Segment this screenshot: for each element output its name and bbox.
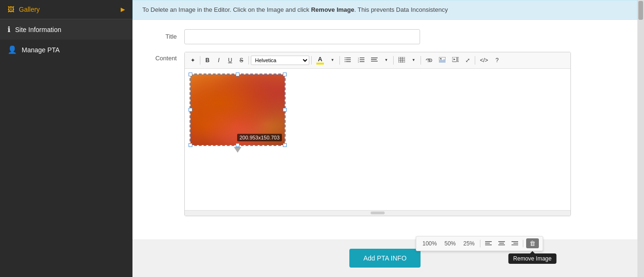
svg-rect-29 — [498, 241, 505, 242]
add-pta-info-button[interactable]: Add PTA INFO — [349, 249, 421, 268]
editor-body[interactable]: 200.953x150.703 — [185, 69, 570, 210]
bold-btn[interactable]: B — [202, 56, 213, 65]
svg-point-3 — [345, 57, 346, 58]
chevron-right-icon: ▶ — [121, 6, 125, 13]
gallery-icon: 🖼 — [8, 6, 14, 13]
svg-rect-32 — [512, 241, 518, 242]
content-row: Content ✦ B I U S Helvetica Arial Times … — [147, 52, 623, 216]
color-dropdown-btn[interactable]: ▾ — [327, 57, 338, 64]
italic-btn[interactable]: I — [214, 56, 224, 65]
size-25-btn[interactable]: 25% — [461, 239, 477, 248]
size-100-btn[interactable]: 100% — [420, 239, 439, 248]
resize-handle-br[interactable] — [283, 143, 287, 147]
resize-handle-bm[interactable] — [236, 143, 239, 147]
underline-btn[interactable]: U — [225, 56, 235, 65]
table-group: ▾ — [396, 55, 419, 65]
media-btn[interactable] — [449, 55, 462, 65]
selected-image-wrapper[interactable]: 200.953x150.703 — [190, 73, 286, 146]
resize-handle-ml[interactable] — [189, 108, 192, 112]
list-ul-btn[interactable] — [342, 55, 354, 65]
info-icon: ℹ — [8, 25, 10, 34]
title-input[interactable] — [184, 29, 420, 44]
delete-btn-wrapper: 🗑 Remove Image — [526, 238, 539, 248]
toolbar-sep-5 — [393, 56, 394, 65]
manage-icon: 👤 — [8, 45, 17, 54]
sidebar-item-manage-pta[interactable]: 👤 Manage PTA — [0, 40, 132, 60]
svg-rect-1 — [346, 59, 351, 60]
svg-rect-7 — [360, 59, 364, 60]
svg-rect-28 — [485, 244, 492, 245]
list-ul-icon — [345, 57, 351, 63]
table-btn[interactable] — [396, 55, 408, 65]
link-btn[interactable] — [423, 56, 435, 65]
btn-area: Add PTA INFO — [132, 239, 637, 277]
manage-pta-label: Manage PTA — [22, 46, 60, 54]
toolbar-sep-3 — [311, 56, 312, 65]
align-btn[interactable] — [368, 56, 380, 65]
svg-point-5 — [345, 61, 346, 62]
svg-rect-0 — [346, 57, 351, 58]
align-center-btn[interactable] — [496, 238, 507, 249]
list-ol-btn[interactable]: 1.2.3. — [355, 55, 367, 65]
resize-handle-bl[interactable] — [189, 143, 192, 147]
image-arrow-indicator — [234, 147, 241, 153]
table-dropdown-btn[interactable]: ▾ — [408, 57, 419, 64]
svg-rect-8 — [360, 61, 364, 62]
resize-handle-mr[interactable] — [283, 108, 287, 112]
editor-toolbar: ✦ B I U S Helvetica Arial Times New Roma… — [185, 52, 570, 69]
align-left-btn[interactable] — [483, 238, 494, 249]
resize-handle-tl[interactable] — [189, 73, 192, 76]
banner-text-after: . This prevents Data Inconsistency — [354, 6, 447, 13]
remove-image-btn[interactable]: 🗑 — [526, 238, 539, 248]
right-scrollbar-thumb — [638, 1, 643, 20]
svg-rect-31 — [498, 244, 505, 245]
site-information-label: Site Information — [15, 26, 61, 33]
resize-handle-tr[interactable] — [283, 73, 287, 76]
svg-rect-13 — [371, 59, 377, 60]
svg-point-4 — [345, 59, 346, 60]
align-center-icon — [498, 241, 505, 246]
toolbar-sep-6 — [421, 56, 421, 65]
media-icon — [452, 57, 459, 63]
svg-rect-27 — [485, 243, 490, 244]
insert-image-btn[interactable] — [436, 55, 448, 65]
sidebar-item-gallery[interactable]: 🖼 Gallery ▶ — [0, 0, 132, 19]
title-label: Title — [147, 29, 184, 40]
sidebar: 🖼 Gallery ▶ ℹ Site Information 👤 Manage … — [0, 0, 132, 277]
source-btn[interactable]: </> — [477, 56, 491, 65]
svg-rect-6 — [360, 57, 364, 58]
resize-handle-tm[interactable] — [236, 73, 239, 76]
resize-btn[interactable]: ⤢ — [462, 56, 473, 65]
banner-text-before: To Delete an Image in the Editor. Click … — [142, 6, 311, 13]
svg-text:3.: 3. — [358, 61, 359, 63]
svg-rect-12 — [371, 57, 378, 58]
main-content: To Delete an Image in the Editor. Click … — [132, 0, 637, 277]
help-btn[interactable]: ? — [492, 56, 502, 65]
strikethrough-btn[interactable]: S — [236, 56, 247, 65]
table-icon — [398, 57, 405, 63]
toolbar-sep-2 — [248, 56, 249, 65]
insert-image-icon — [439, 57, 446, 63]
svg-marker-25 — [454, 58, 455, 60]
svg-rect-24 — [457, 57, 459, 62]
right-scrollbar[interactable] — [637, 0, 644, 277]
align-right-btn[interactable] — [510, 238, 520, 249]
editor-scrollbar[interactable] — [185, 210, 570, 216]
svg-rect-15 — [398, 57, 405, 63]
align-icon — [371, 57, 378, 62]
magic-toolbar-btn[interactable]: ✦ — [188, 56, 198, 65]
align-right-icon — [512, 241, 518, 246]
color-a-text: A — [318, 56, 322, 63]
svg-rect-34 — [512, 244, 518, 245]
font-color-btn[interactable]: A — [314, 54, 327, 66]
image-toolbar: 100% 50% 25% — [416, 236, 543, 251]
scrollbar-thumb — [371, 212, 385, 214]
content-editor: ✦ B I U S Helvetica Arial Times New Roma… — [184, 52, 571, 216]
align-dropdown-btn[interactable]: ▾ — [381, 57, 391, 64]
sidebar-item-site-information[interactable]: ℹ Site Information — [0, 19, 132, 40]
font-select[interactable]: Helvetica Arial Times New Roman — [251, 56, 309, 65]
toolbar-sep-1 — [200, 56, 200, 65]
size-50-btn[interactable]: 50% — [442, 239, 458, 248]
content-label: Content — [147, 52, 184, 62]
img-toolbar-sep-2 — [523, 240, 523, 247]
